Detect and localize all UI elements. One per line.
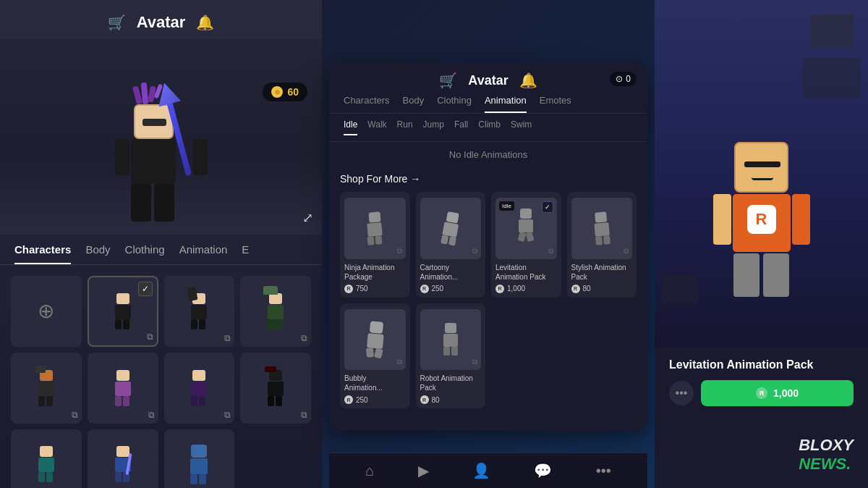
anim-tab-jump[interactable]: Jump (423, 119, 444, 135)
robot-item-price: R 80 (420, 395, 482, 404)
list-item[interactable]: ⧉ (11, 353, 82, 424)
bloxy-news-line1: BLOXY (799, 436, 854, 455)
anim-tab-fall[interactable]: Fall (454, 119, 468, 135)
right-nav-tabs: Characters Body Clothing Animation Emote… (329, 95, 647, 114)
stylish-item-price: R 80 (571, 285, 633, 293)
left-cart-icon[interactable]: 🛒 (108, 14, 126, 31)
right-avatar-title: Avatar (468, 73, 508, 88)
more-icon: ••• (676, 387, 688, 400)
orange-avatar-body: R (733, 194, 791, 252)
anim-tab-walk[interactable]: Walk (367, 119, 386, 135)
coins-badge: ⊙ 60 (263, 83, 307, 101)
shop-item-levitation[interactable]: Idle ✓ ⧉ Levitation A (491, 192, 561, 298)
tab-clothing-right[interactable]: Clothing (437, 95, 472, 113)
bubbly-item-name: Bubbly Animation... (344, 374, 406, 392)
copy-icon: ⧉ (147, 332, 153, 342)
shop-item-cartoony[interactable]: ⧉ Cartoony Animation... R 250 (416, 192, 486, 298)
tab-clothing-left[interactable]: Clothing (125, 243, 165, 264)
anim-tab-idle[interactable]: Idle (344, 119, 357, 135)
bubbly-price-value: 250 (356, 396, 368, 404)
ninja-thumbnail: ⧉ (344, 198, 406, 259)
animation-sub-tabs: Idle Walk Run Jump Fall Climb Swim (329, 114, 647, 142)
list-item[interactable]: ⧉ (11, 429, 82, 489)
ninja-item-name: Ninja Animation Package (344, 263, 406, 282)
list-item[interactable]: ⧉ (164, 353, 235, 424)
nav-more-icon[interactable]: ••• (596, 463, 611, 479)
tab-body-right[interactable]: Body (403, 95, 425, 113)
left-panel: 🛒 Avatar 🔔 ⊙ 60 (0, 0, 322, 488)
more-options-button[interactable]: ••• (669, 381, 694, 405)
copy-icon: ⧉ (224, 333, 231, 343)
tab-characters-left[interactable]: Characters (14, 243, 71, 264)
left-header: 🛒 Avatar 🔔 (0, 0, 322, 39)
robot-item-name: Robot Animation Pack (420, 374, 482, 392)
right-panel: 🛒 Avatar 🔔 ⊙ 0 Characters Body Clothing … (329, 62, 647, 431)
left-avatar-title: Avatar (137, 13, 186, 32)
idle-badge: Idle (499, 201, 514, 211)
expand-button[interactable]: ⤢ (302, 210, 313, 226)
shop-item-robot[interactable]: ⧉ Robot Animation Pack R 80 (416, 303, 486, 409)
anim-tab-climb[interactable]: Climb (478, 119, 501, 135)
cartoony-item-price: R 250 (420, 285, 482, 293)
bloxy-news-line2: NEWS. (799, 455, 851, 473)
nav-chat-icon[interactable]: 💬 (534, 462, 552, 479)
list-item[interactable]: ⧉ (240, 353, 311, 424)
buy-button[interactable]: R 1,000 (701, 380, 854, 406)
shop-item-bubbly[interactable]: ⧉ Bubbly Animation... R 250 (340, 303, 410, 409)
nav-home-icon[interactable]: ⌂ (365, 463, 374, 479)
nav-avatar-icon[interactable]: 👤 (472, 462, 490, 479)
levitation-check: ✓ (542, 201, 553, 213)
list-item[interactable]: ⧉ (88, 429, 158, 489)
levitation-item-name: Levitation Animation Pack (495, 263, 557, 282)
shop-item-stylish[interactable]: ⧉ Stylish Animation Pack R 80 (567, 192, 637, 298)
detail-item-name: Levitation Animation Pack (669, 358, 854, 371)
avatar-mouth (752, 177, 773, 180)
shop-item-ninja[interactable]: ⧉ Ninja Animation Package R 750 (340, 192, 410, 298)
list-item[interactable]: ✓ ⧉ (88, 276, 158, 347)
tab-emotes-right[interactable]: Emotes (540, 95, 571, 113)
item-copy-icon: ⧉ (397, 358, 402, 366)
ninja-price-value: 750 (356, 285, 368, 293)
no-animations-text: No Idle Animations (329, 142, 647, 167)
avatar-display: ⊙ 60 (0, 39, 322, 235)
shop-for-more-button[interactable]: Shop For More → (340, 173, 637, 185)
ninja-item-price: R 750 (344, 285, 406, 293)
tab-emotes-left[interactable]: E (242, 243, 249, 264)
robux-count: 0 (626, 74, 631, 84)
list-item[interactable]: ⧉ (88, 353, 158, 424)
avatar-leg-left (733, 253, 760, 297)
anim-tab-run[interactable]: Run (397, 119, 413, 135)
bubbly-item-price: R 250 (344, 395, 406, 404)
levitation-item-price: R 1,000 (495, 285, 557, 293)
left-bell-icon[interactable]: 🔔 (196, 14, 214, 31)
tab-body-left[interactable]: Body (85, 243, 110, 264)
detail-actions: ••• R 1,000 (669, 380, 854, 406)
copy-icon: ⧉ (72, 410, 78, 420)
list-item[interactable]: ⧉ (164, 429, 235, 489)
left-nav-tabs: Characters Body Clothing Animation E (0, 235, 322, 265)
detail-panel: R Levitation Animation Pack ••• R 1,000 (655, 0, 868, 488)
left-header-icons: 🛒 (108, 14, 126, 31)
robot-price-value: 80 (432, 396, 440, 404)
list-item[interactable]: ⧉ (164, 276, 235, 347)
coin-icon: ⊙ (271, 86, 283, 98)
bottom-navigation: ⌂ ▶ 👤 💬 ••• (329, 453, 647, 488)
nav-play-icon[interactable]: ▶ (418, 462, 429, 479)
levitation-price-value: 1,000 (507, 285, 525, 293)
tab-characters-right[interactable]: Characters (344, 95, 390, 113)
buy-robux-icon: R (756, 387, 767, 399)
robux-small-icon: R (571, 285, 580, 293)
right-cart-icon[interactable]: 🛒 (439, 72, 457, 89)
bubbly-thumbnail: ⧉ (344, 309, 406, 371)
tab-animation-right[interactable]: Animation (485, 95, 527, 113)
tab-animation-left[interactable]: Animation (179, 243, 228, 264)
list-item[interactable]: ⧉ (240, 276, 311, 347)
cartoony-price-value: 250 (432, 285, 444, 293)
robux-small-icon: R (420, 395, 429, 404)
left-bell-icons: 🔔 (196, 14, 214, 31)
right-bell-icon[interactable]: 🔔 (519, 72, 537, 89)
anim-tab-swim[interactable]: Swim (511, 119, 532, 135)
add-character-button[interactable]: ⊕ (11, 276, 82, 347)
avatar-eyes (744, 161, 780, 167)
buy-price-value: 1,000 (773, 387, 799, 399)
